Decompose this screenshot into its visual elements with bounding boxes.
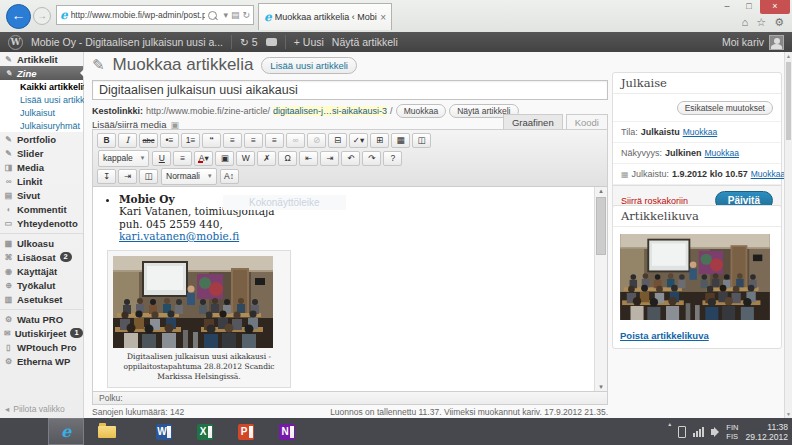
admin-bar-new[interactable]: + Uusi bbox=[294, 36, 324, 48]
tab-visual[interactable]: Graafinen bbox=[503, 114, 563, 130]
kitchen-sink-button[interactable]: ▦ bbox=[391, 133, 410, 148]
help-button[interactable]: ? bbox=[383, 151, 402, 166]
taskbar-word[interactable]: W bbox=[146, 418, 182, 445]
taskbar-file-explorer[interactable] bbox=[89, 418, 125, 445]
sidebar-item[interactable] bbox=[0, 233, 83, 234]
strikethrough-button[interactable]: abc bbox=[139, 133, 158, 148]
sidebar-item-tyokalut[interactable]: ⊕ Työkalut bbox=[0, 278, 83, 292]
sidebar-item-uutiskirjeet[interactable]: ✉ Uutiskirjeet 1 bbox=[0, 326, 83, 340]
unlink-button[interactable]: ⊘ bbox=[307, 133, 326, 148]
content-email-link[interactable]: kari.vatanen@mobie.fi bbox=[119, 230, 239, 242]
blockquote-button[interactable]: “ bbox=[202, 133, 221, 148]
browser-forward-button[interactable]: → bbox=[33, 7, 51, 25]
redo-button[interactable]: ↷ bbox=[362, 151, 381, 166]
sidebar-item-linkit[interactable]: ∞ Linkit bbox=[0, 174, 83, 188]
sidebar-subitem-lisaa-uusi-artikkeli[interactable]: Lisää uusi artikkeli bbox=[0, 93, 83, 106]
indent-button[interactable]: ⇥ bbox=[320, 151, 339, 166]
sidebar-item-yhteydenotto[interactable]: ▭ Yhteydenotto bbox=[0, 216, 83, 230]
align-left-button[interactable]: ≡ bbox=[223, 133, 242, 148]
minimize-button[interactable]: – bbox=[716, 0, 738, 14]
close-button[interactable]: × bbox=[760, 0, 790, 14]
language-indicator[interactable]: FIN FIS bbox=[726, 423, 738, 441]
underline-button[interactable]: U bbox=[152, 151, 171, 166]
spellcheck-button[interactable]: ✓▾ bbox=[349, 133, 368, 148]
move-to-trash-link[interactable]: Siirrä roskakoriin bbox=[621, 196, 688, 206]
content-image-block[interactable]: Digitaalisen julkaisun uusi aikakausi -o… bbox=[107, 250, 291, 388]
sidebar-subitem-julkaisuryhmat[interactable]: Julkaisuryhmät bbox=[0, 119, 83, 132]
search-icon[interactable] bbox=[208, 11, 217, 20]
chevron-down-icon[interactable]: ▾ bbox=[223, 10, 228, 20]
justify-button[interactable]: ≡ bbox=[173, 151, 192, 166]
clock[interactable]: 11:38 29.12.2012 bbox=[745, 422, 788, 442]
taskbar-powerpoint[interactable]: P bbox=[228, 418, 264, 445]
remove-format-button[interactable]: ✗ bbox=[257, 151, 276, 166]
publish-panel-title[interactable]: Julkaise bbox=[613, 73, 781, 94]
numbered-list-button[interactable]: 1≡ bbox=[181, 133, 200, 148]
tab-close-icon[interactable]: × bbox=[380, 12, 386, 23]
browser-tab[interactable]: e Muokkaa artikkelia ‹ Mobie ... × bbox=[258, 3, 392, 30]
admin-bar-updates[interactable]: ↻ 5 bbox=[240, 36, 258, 48]
taskbar-internet-explorer[interactable]: e bbox=[48, 418, 84, 445]
sidebar-item-media[interactable]: ◨ Media bbox=[0, 160, 83, 174]
bold-button[interactable]: B bbox=[97, 133, 116, 148]
scroll-down-icon[interactable]: ▼ bbox=[785, 411, 792, 417]
outdent-button[interactable]: ⇤ bbox=[299, 151, 318, 166]
italic-button[interactable]: I bbox=[118, 133, 137, 148]
admin-bar-site-name[interactable]: Mobie Oy - Digitaalisen julkaisun uusi a… bbox=[31, 36, 223, 48]
paste-word-button[interactable]: W bbox=[236, 151, 255, 166]
sidebar-item-asetukset[interactable]: ▥ Asetukset bbox=[0, 292, 83, 306]
sidebar-item-etherna-wp[interactable]: ⚙ Etherna WP bbox=[0, 354, 83, 368]
taskbar-excel[interactable]: X bbox=[187, 418, 223, 445]
scrollbar-thumb[interactable] bbox=[786, 62, 791, 140]
link-button[interactable]: ∞ bbox=[286, 133, 305, 148]
maximize-button[interactable]: □ bbox=[738, 0, 760, 14]
paste-text-button[interactable]: ▣ bbox=[215, 151, 234, 166]
editor-content[interactable]: Kokonäyttöleike Mobie Oy Kari Vatanen, t… bbox=[93, 187, 607, 391]
device-icon[interactable] bbox=[678, 426, 686, 438]
scroll-up-icon[interactable]: ▲ bbox=[785, 53, 792, 59]
align-right-button[interactable]: ≡ bbox=[265, 133, 284, 148]
scroll-down-icon[interactable]: ▾ bbox=[595, 383, 607, 391]
edit-date-link[interactable]: Muokkaa bbox=[751, 169, 786, 179]
sidebar-item-wptouch-pro[interactable]: ▯ WPtouch Pro bbox=[0, 340, 83, 354]
bullet-list-button[interactable]: •≡ bbox=[160, 133, 179, 148]
font-size-button[interactable]: A↕ bbox=[220, 169, 239, 184]
special-char-button[interactable]: Ω bbox=[278, 151, 297, 166]
collapse-menu[interactable]: ◂ Piilota valikko bbox=[0, 402, 70, 416]
url-text[interactable]: http://www.mobie.fi/wp-admin/post.php?ac… bbox=[71, 10, 206, 20]
network-signal-icon[interactable] bbox=[693, 427, 704, 437]
refresh-icon[interactable]: ↻ bbox=[242, 10, 250, 20]
featured-image[interactable] bbox=[620, 234, 770, 320]
page-scrollbar[interactable]: ▲ ▼ bbox=[784, 52, 792, 418]
favorites-star-icon[interactable]: ☆ bbox=[756, 16, 766, 29]
style-select[interactable]: Normaali ▾ bbox=[161, 168, 217, 185]
post-title-input[interactable] bbox=[92, 80, 608, 100]
columns-button[interactable]: ◫ bbox=[139, 169, 158, 184]
add-new-post-button[interactable]: Lisää uusi artikkeli bbox=[261, 57, 357, 74]
editor-scrollbar[interactable]: ▴ ▾ bbox=[594, 187, 607, 391]
browser-back-button[interactable]: ← bbox=[6, 4, 31, 29]
fullscreen-button[interactable]: ⊞ bbox=[370, 133, 389, 148]
volume-icon[interactable] bbox=[711, 429, 715, 435]
teaser-break-button[interactable]: ↧ bbox=[97, 169, 116, 184]
align-center-button[interactable]: ≡ bbox=[244, 133, 263, 148]
avatar[interactable] bbox=[769, 35, 784, 50]
admin-bar-greeting[interactable]: Moi kariv bbox=[722, 36, 764, 48]
sidebar-item-slider[interactable]: ✎ Slider bbox=[0, 146, 83, 160]
sidebar-item-zine[interactable]: ✎ Zine bbox=[0, 66, 83, 80]
sidebar-subitem-julkaisut[interactable]: Julkaisut bbox=[0, 106, 83, 119]
tray-expand-icon[interactable]: ▴ bbox=[668, 420, 671, 427]
featured-panel-title[interactable]: Artikkelikuva bbox=[613, 206, 781, 227]
sidebar-item-watu-pro[interactable]: ⚙ Watu PRO bbox=[0, 312, 83, 326]
format-select[interactable]: kappale ▾ bbox=[98, 150, 149, 167]
sidebar-subitem-kaikki-artikkelit[interactable]: Kaikki artikkelit bbox=[0, 80, 83, 93]
admin-bar-view-post[interactable]: Näytä artikkeli bbox=[332, 36, 398, 48]
preview-changes-button[interactable]: Esikatsele muutokset bbox=[677, 101, 773, 115]
text-color-button[interactable]: A▾ bbox=[194, 151, 213, 166]
admin-bar-comments[interactable] bbox=[266, 38, 277, 46]
edit-visibility-link[interactable]: Muokkaa bbox=[705, 148, 740, 158]
address-bar[interactable]: e http://www.mobie.fi/wp-admin/post.php?… bbox=[56, 5, 254, 25]
settings-gear-icon[interactable]: ⚙ bbox=[774, 16, 784, 29]
remove-featured-image-link[interactable]: Poista artikkelikuva bbox=[620, 330, 774, 341]
edit-status-link[interactable]: Muokkaa bbox=[683, 127, 718, 137]
